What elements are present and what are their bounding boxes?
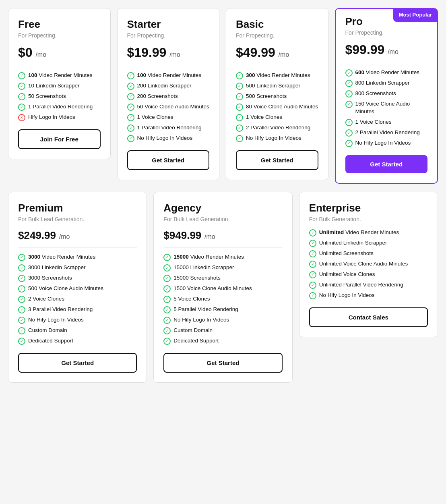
check-icon (345, 80, 353, 87)
check-icon (127, 83, 134, 90)
list-item: 150 Voice Clone Audio Minutes (345, 100, 428, 116)
check-icon (18, 275, 25, 282)
check-icon (163, 285, 171, 292)
basic-feature-list: 300 Video Render Minutes 500 Linkedin Sc… (236, 72, 318, 142)
basic-plan-name: Basic (236, 18, 318, 31)
check-icon (18, 338, 25, 345)
list-item: Unlimited Voice Clone Audio Minutes (309, 260, 428, 268)
check-icon (18, 306, 25, 313)
free-feature-list: 100 Video Render Minutes 10 Linkedin Scr… (18, 72, 101, 121)
list-item: 100 Video Render Minutes (127, 72, 210, 79)
check-icon (236, 83, 243, 90)
starter-plan-button[interactable]: Get Started (127, 150, 210, 170)
pro-feature-list: 600 Video Render Minutes 800 Linkedin Sc… (345, 69, 428, 147)
basic-plan-button[interactable]: Get Started (236, 150, 318, 170)
list-item: 200 Screenshots (127, 93, 210, 100)
check-icon (18, 264, 25, 272)
list-item: 2 Voice Clones (18, 295, 137, 303)
pricing-section: Free For Propecting. $0 /mo 100 Video Re… (8, 8, 438, 383)
check-icon (309, 261, 316, 268)
check-icon (309, 271, 316, 278)
check-icon (309, 282, 316, 289)
check-icon (127, 135, 134, 142)
premium-plan-button[interactable]: Get Started (18, 353, 137, 373)
list-item: 5 Parallel Video Rendering (163, 306, 282, 313)
premium-plan-name: Premium (18, 202, 137, 214)
check-icon (236, 124, 243, 132)
list-item: 1 Voice Clones (236, 114, 318, 121)
pro-plan-button[interactable]: Get Started (345, 155, 428, 173)
top-row: Free For Propecting. $0 /mo 100 Video Re… (8, 8, 438, 184)
check-icon (18, 327, 25, 334)
premium-plan-desc: For Bulk Lead Generation. (18, 216, 137, 222)
check-icon (309, 292, 316, 299)
list-item: Unlimited Video Render Minutes (309, 229, 428, 236)
basic-plan-desc: For Propecting. (236, 32, 318, 39)
list-item: 1500 Voice Clone Audio Minutes (163, 285, 282, 292)
list-item: No Hify Logo In Videos (127, 135, 210, 142)
free-plan-name: Free (18, 18, 101, 31)
agency-plan-name: Agency (163, 202, 282, 214)
enterprise-plan-card: Enterprise For Bulk Generation. Unlimite… (299, 192, 438, 337)
check-icon (18, 93, 25, 100)
list-item: Hify Logo In Videos (18, 114, 101, 121)
check-icon (163, 254, 171, 261)
check-icon (236, 135, 243, 142)
agency-plan-price: $949.99 /mo (163, 229, 282, 242)
list-item: 500 Voice Clone Audio Minutes (18, 285, 137, 292)
list-item: 2 Parallel Video Rendering (345, 129, 428, 137)
list-item: 3000 Linkedin Scrapper (18, 264, 137, 272)
list-item: 5 Voice Clones (163, 295, 282, 303)
check-icon (18, 296, 25, 303)
agency-plan-desc: For Bulk Lead Generation. (163, 216, 282, 222)
check-icon (163, 327, 171, 334)
enterprise-plan-desc: For Bulk Generation. (309, 216, 428, 222)
check-icon (18, 254, 25, 261)
list-item: 15000 Video Render Minutes (163, 253, 282, 261)
check-icon (309, 240, 316, 247)
starter-plan-card: Starter For Propecting. $19.99 /mo 100 V… (117, 8, 220, 180)
check-icon (309, 229, 316, 236)
check-icon (236, 104, 243, 111)
agency-feature-list: 15000 Video Render Minutes 15000 Linkedi… (163, 253, 282, 345)
list-item: Unlimited Parallel Video Rendering (309, 281, 428, 289)
agency-plan-button[interactable]: Get Started (163, 353, 282, 373)
enterprise-plan-button[interactable]: Contact Sales (309, 307, 428, 327)
check-icon (163, 306, 171, 313)
premium-plan-card: Premium For Bulk Lead Generation. $249.9… (8, 192, 147, 383)
check-icon (345, 101, 353, 108)
check-icon (345, 119, 353, 126)
premium-plan-price: $249.99 /mo (18, 229, 137, 242)
list-item: 3000 Screenshots (18, 274, 137, 282)
most-popular-badge: Most Popular (393, 8, 438, 22)
list-item: 50 Voice Clone Audio Minutes (127, 103, 210, 111)
check-icon (236, 72, 243, 79)
list-item: Dedicated Support (18, 337, 137, 345)
enterprise-plan-name: Enterprise (309, 202, 428, 214)
starter-plan-desc: For Propecting. (127, 32, 210, 39)
check-icon (345, 90, 353, 97)
cross-icon (18, 114, 25, 121)
check-icon (309, 250, 316, 257)
check-icon (127, 124, 134, 132)
list-item: No Hify Logo In Videos (236, 135, 318, 142)
check-icon (18, 104, 25, 111)
basic-plan-card: Basic For Propecting. $49.99 /mo 300 Vid… (226, 8, 328, 180)
list-item: 50 Screenshots (18, 93, 101, 100)
list-item: No Hify Logo In Videos (309, 292, 428, 299)
list-item: 300 Video Render Minutes (236, 72, 318, 79)
list-item: No Hify Logo In Videos (18, 316, 137, 324)
starter-plan-name: Starter (127, 18, 210, 31)
list-item: 500 Linkedin Scrapper (236, 82, 318, 90)
agency-plan-card: Agency For Bulk Lead Generation. $949.99… (153, 192, 292, 383)
starter-feature-list: 100 Video Render Minutes 200 Linkedin Sc… (127, 72, 210, 142)
list-item: 10 Linkedin Scrapper (18, 82, 101, 90)
starter-plan-price: $19.99 /mo (127, 45, 210, 60)
check-icon (163, 338, 171, 345)
list-item: 15000 Linkedin Scrapper (163, 264, 282, 272)
pro-plan-card: Most Popular Pro For Propecting. $99.99 … (335, 8, 438, 184)
pro-plan-desc: For Propecting. (345, 29, 428, 36)
check-icon (127, 114, 134, 121)
pro-plan-price: $99.99 /mo (345, 42, 428, 57)
free-plan-button[interactable]: Join For Free (18, 129, 101, 149)
